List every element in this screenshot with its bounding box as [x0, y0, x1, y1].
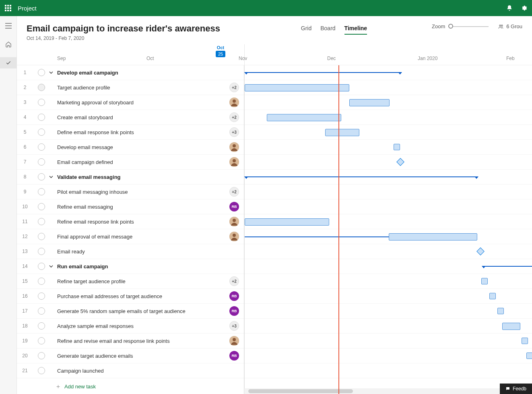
complete-toggle[interactable]: [38, 263, 45, 270]
task-row[interactable]: 1Develop email campaign: [17, 65, 244, 80]
task-row[interactable]: 21Campaign launched: [17, 363, 244, 378]
complete-toggle[interactable]: [38, 233, 45, 240]
feedback-button[interactable]: Feedb: [500, 384, 532, 394]
task-row[interactable]: 16Purchase email addresses of target aud…: [17, 289, 244, 304]
task-bar[interactable]: [526, 353, 532, 359]
task-row[interactable]: 18Analyze sample email responses+3: [17, 319, 244, 334]
check-icon[interactable]: [0, 57, 16, 68]
summary-bar[interactable]: [245, 176, 478, 177]
complete-toggle[interactable]: [38, 158, 45, 166]
assignee[interactable]: [225, 232, 244, 241]
assignee[interactable]: RB: [225, 291, 244, 301]
bell-icon[interactable]: [506, 5, 513, 11]
complete-toggle[interactable]: [38, 248, 45, 255]
task-row[interactable]: 8Validate email messaging: [17, 170, 244, 185]
zoom-control[interactable]: Zoom: [432, 23, 489, 29]
complete-toggle[interactable]: [38, 114, 45, 121]
task-row[interactable]: 10Refine email messagingRB: [17, 199, 244, 214]
task-row[interactable]: 14Run email campaign: [17, 259, 244, 274]
assignee[interactable]: [225, 142, 244, 152]
task-bar[interactable]: [481, 278, 488, 284]
complete-toggle[interactable]: [38, 99, 45, 106]
chevron-down-icon[interactable]: [49, 71, 55, 75]
task-row[interactable]: 6Develop email message: [17, 140, 244, 155]
complete-toggle[interactable]: [38, 129, 45, 136]
assignee[interactable]: [225, 336, 244, 346]
task-row[interactable]: 11Refine email response link points: [17, 214, 244, 229]
task-row[interactable]: 19Refine and revise email and response l…: [17, 334, 244, 348]
gantt-row: [245, 289, 532, 304]
task-row[interactable]: 7Email campaign defined: [17, 155, 244, 170]
chevron-down-icon[interactable]: [49, 175, 55, 179]
task-row[interactable]: 13Email ready: [17, 244, 244, 259]
milestone[interactable]: [476, 247, 485, 255]
complete-toggle[interactable]: [38, 337, 45, 344]
task-row[interactable]: 4Create email storyboard+2: [17, 110, 244, 125]
complete-toggle[interactable]: [38, 188, 45, 195]
home-icon[interactable]: [0, 39, 16, 50]
horizontal-scrollbar[interactable]: [244, 388, 532, 394]
assignee[interactable]: +3: [225, 127, 244, 137]
task-row[interactable]: 3Marketing approval of storyboard: [17, 95, 244, 110]
group-button[interactable]: 6 Grou: [498, 23, 522, 29]
task-bar[interactable]: [489, 293, 496, 299]
task-name: Refine email response link points: [49, 219, 225, 225]
add-task-button[interactable]: ＋ Add new task: [17, 379, 244, 394]
task-bar[interactable]: [349, 99, 390, 106]
summary-bar[interactable]: [482, 266, 532, 267]
svg-point-13: [233, 338, 236, 341]
task-bar[interactable]: [325, 129, 359, 136]
assignee[interactable]: [225, 157, 244, 167]
task-name: Define email response link points: [49, 129, 225, 135]
milestone[interactable]: [396, 158, 404, 166]
assignee[interactable]: +2: [225, 112, 244, 122]
complete-toggle[interactable]: [38, 292, 45, 300]
assignee[interactable]: +3: [225, 321, 244, 331]
task-bar[interactable]: [394, 144, 400, 150]
task-row[interactable]: 17Generate 5% random sample emails of ta…: [17, 304, 244, 319]
complete-toggle[interactable]: [38, 322, 45, 330]
task-name: Final approval of email message: [49, 234, 225, 240]
task-bar[interactable]: [389, 233, 477, 241]
task-row[interactable]: 2Target audience profile+2: [17, 80, 244, 95]
assignee[interactable]: [225, 97, 244, 107]
task-row[interactable]: 9Pilot email messaging inhouse+2: [17, 185, 244, 199]
task-bar[interactable]: [245, 218, 329, 226]
complete-toggle[interactable]: [38, 143, 45, 151]
task-row[interactable]: 20Generate target audience emailsRB: [17, 348, 244, 363]
assignee[interactable]: RB: [225, 202, 244, 212]
task-row[interactable]: 12Final approval of email message: [17, 229, 244, 244]
complete-toggle[interactable]: [38, 307, 45, 315]
complete-toggle[interactable]: [38, 278, 45, 285]
task-bar[interactable]: [522, 338, 528, 344]
task-bar[interactable]: [245, 84, 349, 91]
complete-toggle[interactable]: [38, 84, 45, 91]
complete-toggle[interactable]: [38, 367, 45, 374]
assignee[interactable]: [225, 217, 244, 226]
tab-board[interactable]: Board: [320, 25, 335, 35]
assignee[interactable]: RB: [225, 351, 244, 361]
gantt-area[interactable]: [244, 65, 532, 394]
summary-bar[interactable]: [245, 72, 402, 73]
task-bar[interactable]: [502, 323, 520, 330]
task-bar[interactable]: [497, 308, 504, 314]
complete-toggle[interactable]: [38, 69, 45, 76]
complete-toggle[interactable]: [38, 203, 45, 210]
task-row[interactable]: 5Define email response link points+3: [17, 125, 244, 140]
app-launcher-icon[interactable]: [5, 5, 11, 11]
tab-grid[interactable]: Grid: [301, 25, 311, 35]
task-bar[interactable]: [267, 114, 341, 121]
assignee[interactable]: +2: [225, 276, 244, 286]
menu-icon[interactable]: [0, 20, 16, 31]
task-row[interactable]: 15Refine target audience profile+2: [17, 274, 244, 289]
complete-toggle[interactable]: [38, 173, 45, 180]
complete-toggle[interactable]: [38, 352, 45, 359]
settings-icon[interactable]: [521, 5, 527, 11]
gantt-row: [245, 229, 532, 244]
assignee[interactable]: +2: [225, 83, 244, 92]
chevron-down-icon[interactable]: [49, 264, 55, 268]
complete-toggle[interactable]: [38, 218, 45, 225]
assignee[interactable]: RB: [225, 306, 244, 316]
tab-timeline[interactable]: Timeline: [344, 25, 367, 35]
assignee[interactable]: +2: [225, 187, 244, 197]
